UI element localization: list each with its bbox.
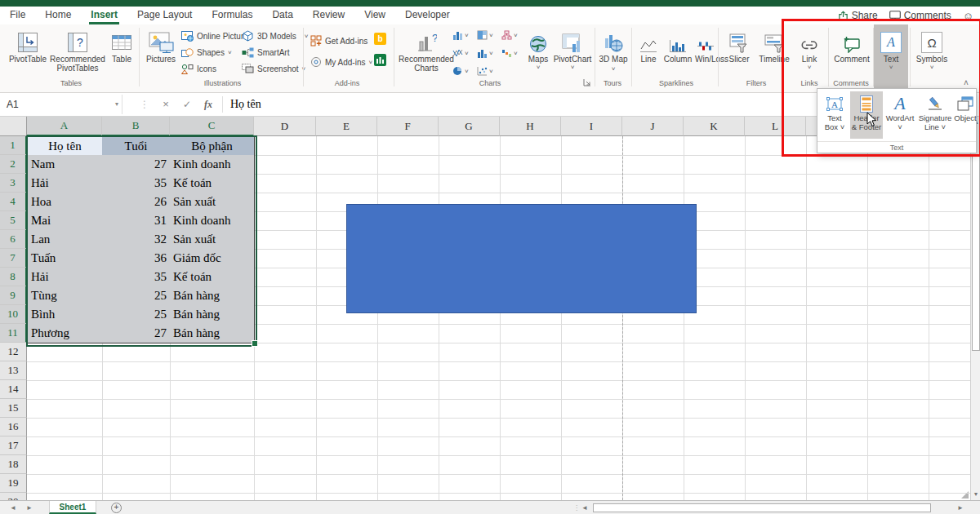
ribbon-tab-insert[interactable]: Insert: [81, 7, 127, 24]
row-header-15[interactable]: 15: [0, 399, 27, 418]
cell-C8[interactable]: Kế toán: [170, 268, 255, 287]
cell-A8[interactable]: Hải: [27, 268, 103, 287]
insert-column-chart-button[interactable]: ˅: [452, 30, 469, 40]
cell-A1[interactable]: Họ tên: [27, 136, 103, 156]
cell-A6[interactable]: Lan: [27, 230, 103, 250]
row-header-8[interactable]: 8: [0, 268, 27, 286]
column-header-K[interactable]: K: [684, 117, 745, 136]
row-header-7[interactable]: 7: [0, 249, 27, 268]
column-header-E[interactable]: E: [316, 117, 377, 136]
row-header-14[interactable]: 14: [0, 380, 27, 399]
row-header-5[interactable]: 5: [0, 211, 27, 230]
hscroll-left-icon[interactable]: ◄: [581, 504, 588, 512]
cell-B6[interactable]: 32: [102, 230, 171, 250]
row-header-10[interactable]: 10: [0, 305, 27, 324]
row-header-18[interactable]: 18: [0, 455, 27, 474]
vertical-scrollbar[interactable]: ▼ ▼: [970, 117, 980, 500]
name-box-caret-icon[interactable]: ▾: [108, 95, 126, 114]
insert-histogram-chart-button[interactable]: ˅: [477, 48, 493, 58]
sparkline-winloss-button[interactable]: Win/Loss: [695, 27, 716, 64]
ribbon-tab-file[interactable]: File: [0, 7, 35, 24]
ribbon-tab-formulas[interactable]: Formulas: [202, 7, 262, 24]
pivotchart-button[interactable]: PivotChart ˅: [553, 27, 592, 70]
my-add-ins-button[interactable]: My Add-ins ˅: [310, 55, 372, 69]
cell-B5[interactable]: 31: [102, 211, 171, 231]
insert-function-button[interactable]: fx: [199, 95, 217, 114]
insert-pie-chart-button[interactable]: ˅: [452, 66, 469, 76]
column-header-I[interactable]: I: [561, 117, 622, 136]
row-header-20[interactable]: 20: [0, 493, 27, 500]
sheet-nav-left-icon[interactable]: ◄: [10, 504, 16, 512]
cell-B3[interactable]: 35: [102, 174, 171, 193]
insert-hierarchy-chart-button[interactable]: ˅: [501, 30, 518, 40]
row-header-6[interactable]: 6: [0, 230, 27, 249]
name-box[interactable]: A1: [0, 95, 122, 114]
ribbon-tab-page-layout[interactable]: Page Layout: [127, 7, 202, 24]
collapse-ribbon-chevron-icon[interactable]: ˄: [964, 78, 969, 87]
sparkline-line-button[interactable]: Line: [636, 27, 661, 64]
row-header-4[interactable]: 4: [0, 193, 27, 211]
enter-button[interactable]: ✓: [178, 95, 196, 114]
cell-B1[interactable]: Tuổi: [102, 136, 171, 156]
3d-map-button[interactable]: 3D Map ˅: [598, 27, 629, 73]
column-header-G[interactable]: G: [439, 117, 500, 136]
pictures-button[interactable]: Pictures: [144, 27, 178, 64]
hscroll-right-icon[interactable]: ►: [957, 504, 964, 512]
column-header-D[interactable]: D: [254, 117, 316, 136]
column-header-C[interactable]: C: [170, 117, 254, 136]
row-header-13[interactable]: 13: [0, 361, 27, 380]
charts-dialog-launcher[interactable]: [583, 78, 591, 86]
cell-A5[interactable]: Mai: [27, 211, 103, 231]
comments-button[interactable]: Comments: [889, 10, 951, 21]
sheet-nav-right-icon[interactable]: ►: [26, 504, 33, 512]
vertical-scrollbar-thumb[interactable]: [972, 155, 980, 351]
cell-C6[interactable]: Sản xuất: [170, 230, 255, 250]
cell-B11[interactable]: 27: [102, 324, 171, 343]
cell-B8[interactable]: 35: [102, 268, 171, 287]
share-button[interactable]: Share: [838, 10, 878, 21]
3d-models-button[interactable]: 3D Models ˅: [242, 29, 308, 42]
insert-scatter-chart-button[interactable]: ˅: [477, 66, 493, 76]
text-menu-item-object[interactable]: Object: [953, 91, 978, 139]
symbols-button[interactable]: Ω Symbols ˅: [913, 27, 951, 70]
sheet-tab-sheet1[interactable]: Sheet1: [49, 501, 96, 514]
get-add-ins-button[interactable]: Get Add-ins: [310, 34, 368, 47]
cell-A3[interactable]: Hải: [27, 174, 103, 193]
row-header-11[interactable]: 11: [0, 324, 27, 343]
select-all-corner[interactable]: [0, 117, 27, 136]
text-button[interactable]: A Text ˅: [875, 27, 907, 70]
cancel-button[interactable]: ×: [157, 95, 175, 114]
cell-A11[interactable]: Phương: [27, 324, 103, 343]
cell-B9[interactable]: 25: [102, 286, 171, 306]
cell-C7[interactable]: Giám đốc: [170, 249, 255, 268]
fill-handle[interactable]: [252, 340, 258, 347]
cell-A2[interactable]: Nam: [27, 155, 103, 175]
formula-content[interactable]: Họ tên: [230, 95, 261, 114]
ribbon-tab-view[interactable]: View: [354, 7, 395, 24]
comment-button[interactable]: Comment: [831, 27, 872, 64]
cell-C5[interactable]: Kinh doanh: [170, 211, 255, 231]
row-header-19[interactable]: 19: [0, 474, 27, 493]
column-header-B[interactable]: B: [102, 117, 170, 136]
recommended-pivottables-button[interactable]: ? Recommended PivotTables: [49, 27, 106, 73]
insert-waterfall-chart-button[interactable]: ˅: [501, 48, 518, 58]
ribbon-tab-developer[interactable]: Developer: [395, 7, 460, 24]
cell-C1[interactable]: Bộ phận: [170, 136, 255, 156]
timeline-button[interactable]: Timeline: [756, 27, 792, 64]
ribbon-tab-review[interactable]: Review: [303, 7, 354, 24]
formula-bar-splitter[interactable]: ⋮: [136, 95, 154, 114]
feedback-smiley-icon[interactable]: ☺: [963, 10, 973, 22]
column-header-J[interactable]: J: [622, 117, 684, 136]
row-header-16[interactable]: 16: [0, 418, 27, 436]
link-button[interactable]: Link ˅: [795, 27, 823, 70]
column-header-H[interactable]: H: [500, 117, 561, 136]
insert-treemap-chart-button[interactable]: ˅: [477, 30, 493, 40]
scroll-down-icon[interactable]: ▼: [971, 489, 980, 500]
cell-C3[interactable]: Kế toán: [170, 174, 255, 193]
slicer-button[interactable]: Slicer: [724, 27, 755, 64]
horizontal-scrollbar-thumb[interactable]: [593, 503, 931, 512]
cell-A4[interactable]: Hoa: [27, 193, 103, 212]
tab-scroll-splitter[interactable]: ⋮: [573, 504, 580, 512]
text-menu-item-text[interactable]: ATextBox ˅: [819, 91, 850, 139]
text-menu-item-header[interactable]: Header& Footer: [850, 91, 883, 139]
